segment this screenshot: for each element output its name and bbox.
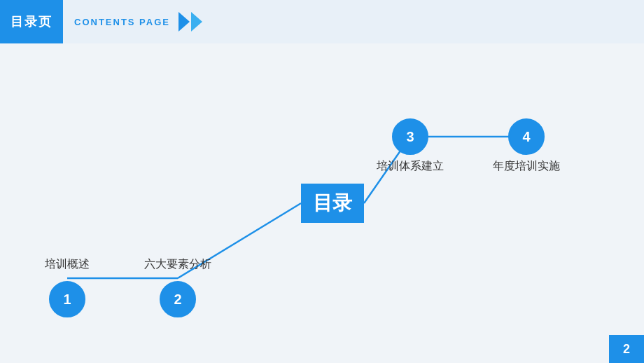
item-4-circle: 4 — [508, 118, 545, 155]
item-1-label: 培训概述 — [45, 257, 90, 272]
header-en-title: CONTENTS PAGE — [74, 17, 170, 27]
header-blue-bar: 目录页 — [0, 0, 63, 43]
timeline-item-1: 培训概述 1 — [49, 281, 85, 317]
mulu-box: 目录 — [301, 184, 364, 223]
double-chevron-icon — [178, 12, 202, 32]
mulu-label: 目录 — [313, 190, 352, 217]
cn-title: 目录页 — [10, 13, 52, 30]
item-2-label: 六大要素分析 — [144, 257, 211, 272]
timeline-item-4: 4 年度培训实施 — [508, 118, 545, 155]
timeline-item-2: 六大要素分析 2 — [160, 281, 196, 317]
timeline-area: 培训概述 1 六大要素分析 2 目录 3 培训体系建立 4 年度培训实施 — [0, 43, 644, 363]
item-3-label: 培训体系建立 — [377, 159, 444, 174]
item-3-circle: 3 — [392, 118, 428, 155]
timeline-item-3: 3 培训体系建立 — [392, 118, 428, 155]
item-2-circle: 2 — [160, 281, 196, 317]
header-content-area: CONTENTS PAGE — [63, 0, 644, 43]
item-4-label: 年度培训实施 — [493, 159, 560, 174]
item-1-circle: 1 — [49, 281, 85, 317]
header: 目录页 CONTENTS PAGE — [0, 0, 644, 43]
